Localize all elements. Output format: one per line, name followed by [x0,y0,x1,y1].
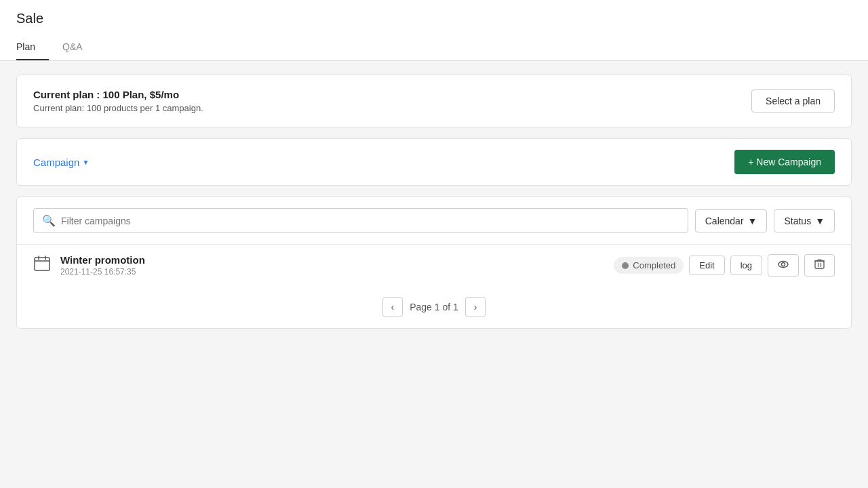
svg-point-5 [782,263,785,266]
svg-rect-0 [35,258,50,270]
campaign-date: 2021-11-25 16:57:35 [60,267,145,277]
status-filter-button[interactable]: Status ▼ [774,209,835,232]
calendar-filter-button[interactable]: Calendar ▼ [695,209,768,232]
campaign-info: Winter promotion 2021-11-25 16:57:35 [60,254,145,277]
search-input[interactable] [61,216,679,226]
page-title: Sale [16,11,852,26]
filter-section: 🔍 Calendar ▼ Status ▼ [17,197,851,244]
calendar-filter-label: Calendar [705,216,744,226]
tab-qna[interactable]: Q&A [49,35,96,60]
status-dot [622,262,629,269]
log-button[interactable]: log [730,256,762,275]
prev-page-button[interactable]: ‹ [382,297,403,317]
campaign-header-card: Campaign ▼ + New Campaign [16,138,852,186]
search-icon: 🔍 [42,214,56,227]
trash-icon [814,259,825,272]
search-box: 🔍 [33,208,688,233]
campaign-dropdown-icon: ▼ [82,159,89,166]
status-filter-label: Status [784,216,811,226]
tab-plan[interactable]: Plan [16,35,49,60]
campaign-dropdown[interactable]: Campaign ▼ [33,157,89,168]
plan-title: Current plan : 100 Plan, $5/mo [33,89,203,100]
campaign-calendar-icon [33,255,51,277]
new-campaign-button[interactable]: + New Campaign [734,150,835,174]
campaign-actions: Completed Edit log [614,254,835,277]
delete-button[interactable] [804,254,835,277]
campaign-row: Winter promotion 2021-11-25 16:57:35 Com… [17,244,851,286]
status-dropdown-icon: ▼ [815,216,825,226]
campaigns-card: 🔍 Calendar ▼ Status ▼ [16,197,852,329]
campaign-name: Winter promotion [60,254,145,266]
pagination: ‹ Page 1 of 1 › [17,286,851,328]
next-icon: › [474,302,477,312]
page-info: Page 1 of 1 [410,302,458,312]
campaign-label-text: Campaign [33,157,79,168]
prev-icon: ‹ [391,302,395,312]
plan-card: Current plan : 100 Plan, $5/mo Current p… [16,75,852,127]
plan-subtitle: Current plan: 100 products per 1 campaig… [33,103,203,113]
plan-info: Current plan : 100 Plan, $5/mo Current p… [33,89,203,113]
view-button[interactable] [768,254,799,277]
eye-icon [778,259,789,272]
status-label: Completed [633,260,675,270]
page-tabs: Plan Q&A [16,35,852,60]
edit-button[interactable]: Edit [689,256,724,275]
svg-rect-6 [815,261,824,268]
calendar-dropdown-icon: ▼ [748,216,757,226]
select-plan-button[interactable]: Select a plan [751,89,835,113]
status-badge: Completed [614,257,684,274]
next-page-button[interactable]: › [465,297,486,317]
